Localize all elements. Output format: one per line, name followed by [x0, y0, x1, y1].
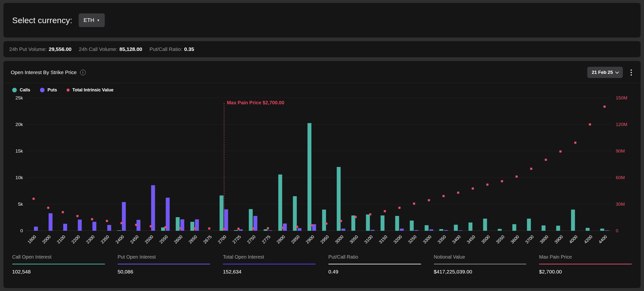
call-volume-stat: 24h Call Volume: 85,128.00	[79, 46, 142, 52]
puts-bar	[63, 224, 67, 231]
bar-group	[322, 210, 330, 231]
chart-header: Open Interest By Strike Price i 21 Feb 2…	[11, 67, 633, 78]
currency-dropdown[interactable]: ETH ▼	[79, 14, 105, 27]
kebab-menu-button[interactable]	[629, 69, 633, 77]
x-axis-label: 2700	[217, 234, 228, 245]
x-axis-label: 2450	[129, 234, 140, 245]
x-axis-label: 3500	[480, 234, 491, 245]
strike-slot-2650: 2650	[187, 98, 202, 231]
summary-notional-value: Notional Value $417,225,039.00	[434, 254, 526, 275]
x-axis-label: 2725	[232, 234, 242, 245]
puts-bar	[458, 230, 462, 231]
put-call-ratio-value: 0.35	[184, 46, 194, 52]
x-axis-label: 2850	[290, 234, 300, 245]
calls-bar	[234, 230, 238, 231]
chart-legend: Calls Puts Total Intrinsic Value	[12, 88, 633, 93]
x-axis-label: 3300	[422, 234, 432, 245]
caret-down-icon: ▼	[97, 19, 100, 22]
calls-bar	[498, 229, 502, 231]
summary-stats-row: Call Open Interest 102,548 Put Open Inte…	[12, 254, 632, 275]
calls-bar	[468, 222, 472, 231]
puts-bar	[166, 198, 170, 231]
x-axis-label: 1800	[27, 234, 37, 245]
summary-value: 152,634	[223, 269, 316, 275]
strike-slot-3600: 3600	[509, 98, 524, 231]
bar-group	[424, 225, 433, 231]
x-axis-label: 3800	[539, 234, 550, 245]
left-axis-tick: 20k	[15, 122, 23, 127]
calls-bar	[512, 224, 516, 231]
strike-slot-2950: 2950	[319, 98, 334, 231]
x-axis-label: 4200	[583, 234, 593, 245]
bar-group	[381, 215, 389, 231]
strike-slot-4400: 4400	[597, 98, 612, 231]
puts-bar	[78, 220, 82, 231]
x-axis-label: 2800	[276, 234, 286, 245]
x-axis-label: 2750	[246, 234, 257, 245]
puts-bar	[371, 230, 374, 231]
strike-slot-3500: 3500	[480, 98, 495, 231]
x-axis-label: 2200	[71, 234, 81, 245]
bar-group	[395, 216, 404, 231]
strike-slot-2400: 2400	[114, 98, 129, 231]
strike-slot-2500: 2500	[144, 98, 158, 231]
put-call-ratio-stat: Put/Call Ratio: 0.35	[150, 46, 194, 52]
bar-group	[117, 202, 126, 231]
summary-total-oi: Total Open Interest 152,634	[223, 254, 316, 275]
intrinsic-value-dot	[120, 222, 122, 224]
currency-dropdown-value: ETH	[84, 17, 94, 24]
strike-slot-2450: 2450	[129, 98, 144, 231]
puts-bar	[268, 230, 272, 231]
intrinsic-value-dot	[457, 192, 459, 194]
intrinsic-value-dot	[603, 106, 606, 108]
x-axis-label: 2500	[144, 234, 154, 245]
x-axis-label: 3600	[510, 234, 520, 245]
summary-call-oi: Call Open Interest 102,548	[12, 254, 105, 275]
select-currency-label: Select currency:	[12, 16, 72, 25]
calls-swatch-icon	[12, 88, 17, 92]
calls-bar	[381, 215, 384, 231]
puts-bar	[342, 229, 346, 231]
strike-slot-4000: 4000	[568, 98, 582, 231]
intrinsic-value-dot	[208, 227, 210, 230]
x-axis-label: 2400	[114, 234, 125, 245]
strike-slot-2850: 2850	[290, 98, 304, 231]
legend-item-intrinsic[interactable]: Total Intrinsic Value	[67, 88, 114, 93]
intrinsic-value-dot	[589, 123, 591, 126]
puts-bar	[34, 227, 38, 231]
x-axis-label: 4000	[568, 234, 579, 245]
strike-slot-2000: 2000	[41, 98, 56, 231]
x-axis-label: 3700	[524, 234, 535, 245]
strike-slot-2725: 2725	[231, 98, 246, 231]
x-axis-label: 3200	[393, 234, 403, 245]
divider	[4, 83, 640, 83]
intrinsic-value-dot	[545, 159, 547, 161]
intrinsic-value-dot	[267, 227, 269, 229]
info-icon[interactable]: i	[80, 70, 86, 75]
intrinsic-value-dot	[486, 183, 488, 186]
x-axis-label: 2000	[42, 234, 52, 245]
intrinsic-value-dot	[516, 175, 518, 178]
bar-group	[571, 210, 580, 231]
calls-bar	[220, 195, 224, 231]
left-axis-tick: 0	[20, 228, 23, 233]
calls-bar	[586, 228, 590, 231]
open-interest-panel: Open Interest By Strike Price i 21 Feb 2…	[4, 61, 640, 288]
intrinsic-value-dot	[530, 168, 532, 170]
bars-row: 1800200021002200230023502400245025002550…	[26, 98, 612, 231]
left-axis-tick: 10k	[15, 175, 23, 180]
bar-group	[102, 225, 111, 231]
x-axis-label: 3450	[466, 234, 476, 245]
bar-group	[483, 219, 492, 231]
expiry-date-dropdown[interactable]: 21 Feb 25	[587, 67, 623, 78]
x-axis-label: 3250	[407, 234, 418, 245]
intrinsic-value-dot	[413, 202, 415, 205]
x-axis-label: 2650	[188, 234, 198, 245]
strike-slot-2300: 2300	[85, 98, 100, 231]
strike-slot-3250: 3250	[407, 98, 422, 231]
legend-item-puts[interactable]: Puts	[40, 88, 57, 93]
legend-item-calls[interactable]: Calls	[12, 88, 30, 93]
intrinsic-value-dot	[355, 216, 357, 218]
calls-bar	[600, 229, 604, 231]
intrinsic-value-dot	[179, 227, 181, 229]
